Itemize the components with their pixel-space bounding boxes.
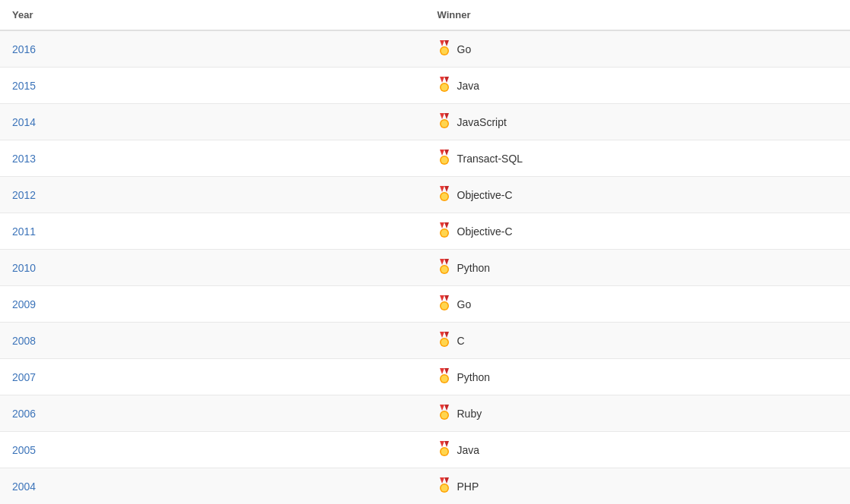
table-row: 2012Objective-C xyxy=(0,177,850,213)
svg-marker-24 xyxy=(440,259,444,265)
medal-icon xyxy=(438,186,451,203)
winner-name: Transact-SQL xyxy=(457,153,523,165)
winner-cell: Python xyxy=(425,250,851,286)
svg-point-51 xyxy=(441,485,447,492)
year-cell: 2006 xyxy=(0,395,425,432)
svg-marker-5 xyxy=(444,77,449,83)
year-cell: 2005 xyxy=(0,432,425,468)
svg-point-31 xyxy=(441,303,447,310)
svg-point-27 xyxy=(441,266,447,273)
svg-marker-29 xyxy=(444,295,449,301)
year-cell: 2011 xyxy=(0,213,425,250)
svg-marker-37 xyxy=(444,368,449,374)
medal-icon xyxy=(438,332,451,349)
winner-name: Python xyxy=(457,262,491,274)
winner-name: JavaScript xyxy=(457,116,507,128)
svg-marker-44 xyxy=(440,441,444,447)
winner-cell: Java xyxy=(425,432,851,468)
year-cell: 2004 xyxy=(0,468,425,505)
svg-point-19 xyxy=(441,194,447,200)
year-cell: 2013 xyxy=(0,140,425,177)
svg-marker-12 xyxy=(440,150,444,156)
svg-marker-1 xyxy=(444,40,449,46)
winners-table: Year Winner 2016Go2015Java2014JavaScript… xyxy=(0,0,850,504)
medal-icon xyxy=(438,295,451,313)
winner-name: Go xyxy=(457,43,472,55)
svg-marker-25 xyxy=(444,259,449,265)
medal-icon xyxy=(438,441,451,458)
table-row: 2008C xyxy=(0,323,850,359)
winner-name: Objective-C xyxy=(457,189,513,201)
medal-icon xyxy=(438,477,451,495)
main-table-container: Year Winner 2016Go2015Java2014JavaScript… xyxy=(0,0,850,504)
svg-marker-9 xyxy=(444,113,449,119)
svg-marker-36 xyxy=(440,368,444,374)
svg-marker-13 xyxy=(444,150,449,156)
medal-icon xyxy=(438,405,451,422)
medal-icon xyxy=(438,259,451,276)
svg-marker-28 xyxy=(440,295,444,301)
svg-point-3 xyxy=(441,48,447,55)
svg-point-23 xyxy=(441,230,447,237)
winner-cell: Java xyxy=(425,68,851,104)
svg-point-39 xyxy=(441,376,447,383)
svg-marker-40 xyxy=(440,405,444,411)
winner-name: Python xyxy=(457,371,491,383)
table-row: 2016Go xyxy=(0,30,850,68)
svg-marker-20 xyxy=(440,222,444,228)
winner-name: C xyxy=(457,335,465,347)
medal-icon xyxy=(438,113,451,131)
table-row: 2013Transact-SQL xyxy=(0,140,850,177)
year-cell: 2008 xyxy=(0,323,425,359)
table-row: 2007Python xyxy=(0,359,850,395)
table-row: 2010Python xyxy=(0,250,850,286)
svg-marker-16 xyxy=(440,186,444,192)
year-cell: 2010 xyxy=(0,250,425,286)
winner-name: PHP xyxy=(457,480,479,493)
year-cell: 2016 xyxy=(0,30,425,68)
year-column-header: Year xyxy=(0,0,425,30)
table-row: 2015Java xyxy=(0,68,850,104)
svg-marker-45 xyxy=(444,441,449,447)
svg-marker-4 xyxy=(440,77,444,83)
winner-cell: PHP xyxy=(425,468,851,505)
table-row: 2005Java xyxy=(0,432,850,468)
svg-marker-48 xyxy=(440,477,444,484)
svg-point-15 xyxy=(441,157,447,164)
winner-name: Objective-C xyxy=(457,225,513,238)
medal-icon xyxy=(438,368,451,386)
svg-point-35 xyxy=(441,339,447,346)
medal-icon xyxy=(438,40,451,58)
winner-cell: Python xyxy=(425,359,851,395)
svg-marker-33 xyxy=(444,332,449,338)
medal-icon xyxy=(438,150,451,167)
svg-point-11 xyxy=(441,121,447,128)
svg-marker-8 xyxy=(440,113,444,119)
medal-icon xyxy=(438,77,451,94)
winner-name: Go xyxy=(457,298,472,310)
svg-point-7 xyxy=(441,84,447,91)
winner-column-header: Winner xyxy=(425,0,851,30)
svg-marker-17 xyxy=(444,186,449,192)
svg-marker-49 xyxy=(444,477,449,484)
winner-cell: Objective-C xyxy=(425,177,851,213)
table-row: 2014JavaScript xyxy=(0,104,850,140)
medal-icon xyxy=(438,222,451,240)
year-cell: 2007 xyxy=(0,359,425,395)
table-row: 2011Objective-C xyxy=(0,213,850,250)
table-row: 2009Go xyxy=(0,286,850,323)
svg-marker-21 xyxy=(444,222,449,228)
winner-name: Java xyxy=(457,444,480,456)
winner-cell: Transact-SQL xyxy=(425,140,851,177)
year-cell: 2009 xyxy=(0,286,425,323)
winner-cell: C xyxy=(425,323,851,359)
svg-point-43 xyxy=(441,412,447,419)
winner-name: Ruby xyxy=(457,408,482,420)
winner-cell: Go xyxy=(425,286,851,323)
winner-cell: JavaScript xyxy=(425,104,851,140)
svg-marker-0 xyxy=(440,40,444,46)
svg-marker-32 xyxy=(440,332,444,338)
table-header-row: Year Winner xyxy=(0,0,850,30)
winner-name: Java xyxy=(457,80,480,92)
winner-cell: Go xyxy=(425,30,851,68)
